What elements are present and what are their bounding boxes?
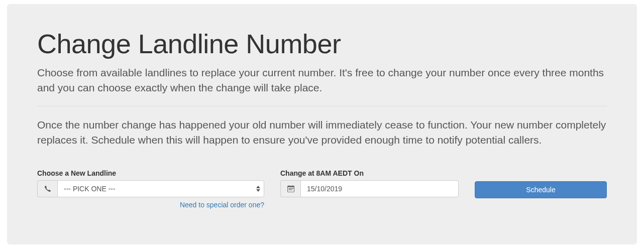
schedule-button[interactable]: Schedule xyxy=(475,181,607,198)
phone-icon xyxy=(37,180,57,197)
page-title: Change Landline Number xyxy=(37,28,607,59)
info-text: Once the number change has happened your… xyxy=(37,117,607,148)
landline-label: Choose a New Landline xyxy=(37,169,264,177)
help-link-row: Need to special order one? xyxy=(37,200,264,209)
calendar-icon xyxy=(280,180,300,197)
special-order-link[interactable]: Need to special order one? xyxy=(180,201,264,209)
lead-text: Choose from available landlines to repla… xyxy=(37,65,607,96)
date-input-group xyxy=(280,180,459,197)
submit-group: Schedule xyxy=(475,169,607,198)
form-row: Choose a New Landline --- PICK ONE --- N… xyxy=(37,169,607,209)
date-input[interactable] xyxy=(300,180,459,197)
date-label: Change at 8AM AEDT On xyxy=(280,169,459,177)
divider xyxy=(37,106,607,106)
landline-group: Choose a New Landline --- PICK ONE --- N… xyxy=(37,169,264,209)
date-group: Change at 8AM AEDT On xyxy=(280,169,459,197)
landline-select[interactable]: --- PICK ONE --- xyxy=(57,180,264,197)
change-landline-panel: Change Landline Number Choose from avail… xyxy=(7,4,637,244)
landline-input-group: --- PICK ONE --- xyxy=(37,180,264,197)
